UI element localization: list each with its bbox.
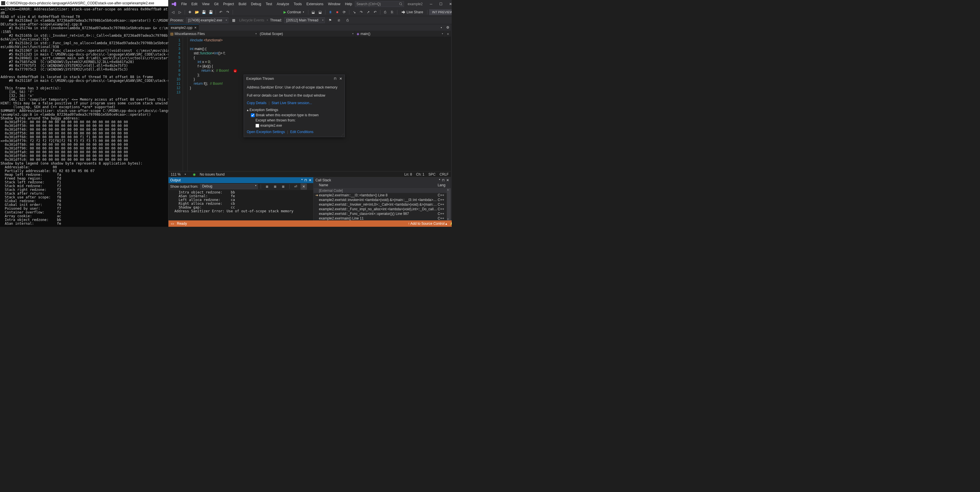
tab-settings-button[interactable]: ⚙	[444, 24, 451, 31]
maximize-button[interactable]: ☐	[436, 0, 445, 8]
lineending-indicator[interactable]: CRLF	[439, 173, 449, 176]
open-exception-settings-link[interactable]: Open Exception Settings	[247, 130, 285, 134]
exception-title-bar[interactable]: Exception Thrown ⊓ ✕	[244, 75, 345, 82]
except-item-checkbox[interactable]	[256, 124, 259, 128]
undo-button[interactable]: ↶	[218, 9, 224, 15]
break-checkbox[interactable]	[251, 113, 255, 117]
menu-build[interactable]: Build	[236, 1, 249, 7]
menu-extensions[interactable]: Extensions	[304, 1, 326, 7]
zoom-level[interactable]: 111 %	[171, 173, 181, 176]
step-out-button[interactable]: ↗	[365, 9, 371, 15]
console-titlebar[interactable]: C:\MSDN\cpp-docs-pr\docs\c-language\ASAN…	[0, 0, 168, 6]
menu-file[interactable]: File	[179, 1, 189, 7]
open-button[interactable]: 📂	[194, 9, 200, 15]
source-control-button[interactable]: ↑ Add to Source Control ▴	[408, 222, 447, 225]
outline-margin[interactable]	[183, 37, 188, 171]
line-indicator[interactable]: Ln: 8	[404, 173, 412, 176]
nav-fwd-button[interactable]: ▷	[177, 9, 183, 15]
menu-git[interactable]: Git	[212, 1, 221, 7]
issues-label[interactable]: No issues found	[200, 173, 224, 176]
menu-view[interactable]: View	[200, 1, 212, 7]
process-combo[interactable]: [17436] example2.exe	[186, 18, 228, 23]
menu-debug[interactable]: Debug	[248, 1, 263, 7]
panel-dropdown-icon[interactable]: ▾	[439, 178, 440, 182]
notifications-icon[interactable]: 🔔	[450, 222, 452, 225]
step-over-button[interactable]: ↷	[358, 9, 364, 15]
callstack-list[interactable]: [External Code]➜example2.exe!main::__l3:…	[313, 188, 451, 220]
output-wrap-button[interactable]: ⏎	[293, 184, 299, 190]
nav-scope-combo[interactable]: (Global Scope)	[258, 31, 355, 37]
spaces-indicator[interactable]: SPC	[428, 173, 436, 176]
tab-example2-cpp[interactable]: example2.cpp ✕	[169, 24, 199, 31]
stop-button[interactable]: ■	[334, 9, 340, 15]
nav-add-button[interactable]: ＋	[444, 31, 451, 37]
dbg-btn-2[interactable]: ⬓	[317, 9, 323, 15]
output-panel-header[interactable]: Output ▾ ⊓ ✕	[169, 177, 313, 183]
nav-project-combo[interactable]: ▤ Miscellaneous Files	[169, 31, 258, 37]
edit-conditions-link[interactable]: Edit Conditions	[290, 130, 313, 134]
int-preview-badge[interactable]: INT PREVIEW	[429, 9, 452, 15]
minimize-button[interactable]: ─	[426, 0, 436, 8]
continue-button[interactable]: ▶ Continue ▾	[281, 9, 306, 15]
dbg-btn-a[interactable]: ⎙	[382, 9, 388, 15]
live-share-button[interactable]: Live Share	[399, 10, 425, 14]
stack-frame-button[interactable]: ⎙	[345, 17, 351, 24]
close-button[interactable]: ✕	[445, 0, 452, 8]
callstack-scrollbar[interactable]	[447, 188, 451, 220]
lifecycle-icon[interactable]: ▦	[231, 17, 237, 24]
pin-icon[interactable]: ⊓	[334, 77, 336, 81]
panel-close-icon[interactable]: ✕	[446, 178, 449, 182]
thread-combo[interactable]: [20512] Main Thread	[285, 18, 325, 23]
callstack-row[interactable]: example2.exe!main() Line 11C++	[313, 216, 451, 220]
output-text[interactable]: Intra object redzone: bb ASan internal: …	[169, 190, 313, 220]
panel-close-icon[interactable]: ✕	[309, 178, 312, 182]
close-icon[interactable]: ✕	[339, 77, 342, 81]
resize-grip-icon[interactable]: ⋰	[341, 133, 344, 136]
nav-member-combo[interactable]: ◈ main()	[355, 31, 444, 37]
threads-button[interactable]: ⎚	[336, 17, 342, 24]
output-btn-1[interactable]: ≣	[264, 184, 270, 190]
output-btn-3[interactable]: ≣	[280, 184, 286, 190]
menu-help[interactable]: Help	[343, 1, 355, 7]
dbg-btn-b[interactable]: ⎘	[389, 9, 395, 15]
menu-test[interactable]: Test	[264, 1, 275, 7]
code-editor[interactable]: 12345678910111213 #include <functional> …	[169, 37, 451, 171]
panel-dropdown-icon[interactable]: ▾	[301, 178, 302, 182]
char-indicator[interactable]: Ch: 1	[416, 173, 425, 176]
dbg-btn-1[interactable]: ⬓	[310, 9, 317, 15]
panel-pin-icon[interactable]: ⊓	[442, 178, 444, 182]
output-clear-button[interactable]: ✕	[301, 184, 307, 190]
panel-pin-icon[interactable]: ⊓	[304, 178, 307, 182]
menu-analyze[interactable]: Analyze	[275, 1, 291, 7]
callstack-row[interactable]: example2.exe!std::invoke<int <lambda>(vo…	[313, 198, 451, 202]
step-back-button[interactable]: ↶	[372, 9, 378, 15]
nav-back-button[interactable]: ◁	[170, 9, 176, 15]
callstack-row[interactable]: example2.exe!std::_Func_class<int>::oper…	[313, 211, 451, 216]
callstack-row[interactable]: ➜example2.exe!main::__l3::<lambda>() Lin…	[313, 193, 451, 198]
callstack-columns[interactable]: Name Lang	[313, 183, 451, 188]
save-button[interactable]: 💾	[200, 9, 207, 15]
new-item-button[interactable]: ✚	[187, 9, 193, 15]
save-all-button[interactable]: 💾	[207, 9, 214, 15]
menu-project[interactable]: Project	[221, 1, 236, 7]
menu-window[interactable]: Window	[326, 1, 343, 7]
close-tab-icon[interactable]: ✕	[194, 26, 197, 29]
callstack-row[interactable]: [External Code]	[313, 188, 451, 193]
output-source-combo[interactable]: Debug	[200, 184, 258, 189]
exception-settings-expander[interactable]: ▴ Exception Settings	[247, 107, 342, 112]
callstack-row[interactable]: example2.exe!std::_Invoker_ret<int,0>::_…	[313, 202, 451, 207]
restart-button[interactable]: ⟳	[341, 9, 347, 15]
start-liveshare-link[interactable]: Start Live Share session...	[272, 101, 312, 105]
copy-details-link[interactable]: Copy Details	[247, 101, 266, 105]
flag-button[interactable]: ⚑	[327, 17, 334, 24]
menu-tools[interactable]: Tools	[291, 1, 304, 7]
callstack-row[interactable]: example2.exe!std::_Func_impl_no_alloc<in…	[313, 207, 451, 211]
tab-dropdown-button[interactable]: ▾	[438, 24, 444, 31]
callstack-panel-header[interactable]: Call Stack ▾ ⊓ ✕	[313, 177, 451, 183]
pause-button[interactable]: ⏸	[327, 9, 334, 15]
console-output[interactable]: ==17436==ERROR: AddressSanitizer: stack-…	[0, 6, 168, 227]
redo-button[interactable]: ↷	[224, 9, 231, 15]
search-input[interactable]: Search (Ctrl+Q)	[355, 1, 404, 7]
output-btn-2[interactable]: ≣	[272, 184, 278, 190]
step-into-button[interactable]: ↘	[351, 9, 358, 15]
